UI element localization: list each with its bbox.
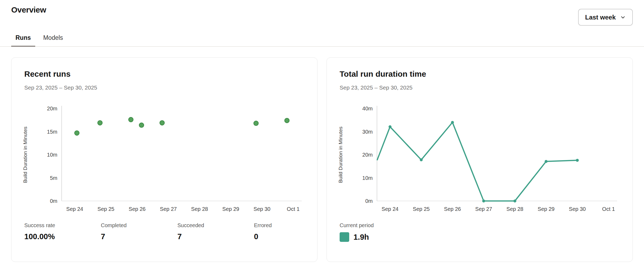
y-tick-label: 30m	[362, 129, 373, 135]
period-dropdown[interactable]: Last week	[578, 9, 633, 26]
card-title: Recent runs	[24, 69, 70, 79]
legend-value: 1.9h	[353, 233, 369, 242]
chevron-down-icon	[620, 14, 626, 20]
card-date-range: Sep 23, 2025 – Sep 30, 2025	[340, 84, 412, 91]
stat-errored: Errored 0	[254, 222, 331, 241]
line-point	[451, 121, 454, 124]
scatter-point	[75, 131, 79, 135]
line-point	[389, 125, 392, 128]
period-dropdown-label: Last week	[585, 14, 616, 21]
scatter-point	[254, 121, 258, 126]
line-point	[482, 200, 485, 203]
y-tick-label: 20m	[47, 106, 57, 111]
stat-completed: Completed 7	[101, 222, 177, 241]
chart-legend: Current period 1.9h	[340, 222, 374, 242]
x-tick-label: Sep 29	[222, 206, 239, 212]
tab-bar: Runs Models	[0, 32, 644, 47]
line-point	[420, 158, 423, 161]
x-tick-label: Sep 26	[444, 206, 461, 212]
stat-success-rate: Success rate 100.00%	[24, 222, 101, 241]
stat-value: 7	[101, 232, 177, 241]
x-tick-label: Sep 26	[129, 206, 145, 212]
recent-runs-scatter-chart: 0m5m10m15m20mSep 24Sep 25Sep 26Sep 27Sep…	[11, 103, 318, 215]
total-run-duration-line-chart: 0m10m20m30m40mSep 24Sep 25Sep 26Sep 27Se…	[327, 103, 633, 215]
x-tick-label: Sep 24	[381, 206, 398, 212]
stats-row: Success rate 100.00% Completed 7 Succeed…	[24, 222, 331, 241]
x-tick-label: Sep 28	[506, 206, 523, 212]
stat-value: 100.00%	[24, 232, 101, 241]
cards-row: Recent runs Sep 23, 2025 – Sep 30, 2025 …	[11, 57, 633, 262]
stat-label: Completed	[101, 222, 177, 228]
scatter-point	[160, 121, 164, 125]
y-tick-label: 10m	[47, 152, 57, 158]
x-tick-label: Sep 27	[160, 206, 177, 212]
y-tick-label: 0m	[365, 198, 373, 204]
line-point	[576, 159, 579, 162]
stat-label: Succeeded	[177, 222, 254, 228]
x-tick-label: Sep 27	[475, 206, 492, 212]
y-tick-label: 20m	[362, 152, 373, 158]
x-tick-label: Sep 30	[253, 206, 270, 212]
x-tick-label: Sep 25	[413, 206, 430, 212]
tab-runs[interactable]: Runs	[11, 32, 35, 47]
stat-label: Errored	[254, 222, 331, 228]
legend-row: 1.9h	[340, 232, 374, 242]
stat-value: 0	[254, 232, 331, 241]
recent-runs-card: Recent runs Sep 23, 2025 – Sep 30, 2025 …	[11, 57, 317, 262]
card-title: Total run duration time	[340, 69, 426, 79]
stat-value: 7	[177, 232, 254, 241]
x-tick-label: Sep 29	[538, 206, 554, 212]
scatter-point	[139, 123, 144, 127]
y-axis-title: Build Duration in Minutes	[22, 126, 28, 183]
x-tick-label: Sep 25	[97, 206, 114, 212]
y-tick-label: 5m	[50, 175, 57, 181]
x-tick-label: Sep 28	[191, 206, 208, 212]
line-point	[514, 200, 516, 203]
y-tick-label: 10m	[362, 175, 373, 181]
scatter-point	[129, 117, 133, 122]
y-tick-label: 15m	[47, 129, 57, 135]
legend-label: Current period	[340, 222, 374, 228]
stat-label: Success rate	[24, 222, 101, 228]
scatter-point	[98, 121, 102, 125]
x-tick-label: Oct 1	[287, 206, 300, 212]
y-axis-title: Build Duration in Minutes	[338, 126, 343, 183]
card-date-range: Sep 23, 2025 – Sep 30, 2025	[24, 84, 97, 91]
y-tick-label: 40m	[362, 106, 373, 111]
legend-swatch	[340, 232, 349, 242]
scatter-point	[285, 118, 289, 123]
page-title: Overview	[11, 5, 46, 14]
x-tick-label: Oct 1	[602, 206, 615, 212]
tab-models[interactable]: Models	[39, 32, 67, 47]
y-tick-label: 0m	[50, 198, 57, 204]
x-tick-label: Sep 30	[569, 206, 586, 212]
x-tick-label: Sep 24	[66, 206, 83, 212]
total-run-duration-card: Total run duration time Sep 23, 2025 – S…	[327, 57, 633, 262]
line-point	[545, 160, 548, 163]
stat-succeeded: Succeeded 7	[177, 222, 254, 241]
